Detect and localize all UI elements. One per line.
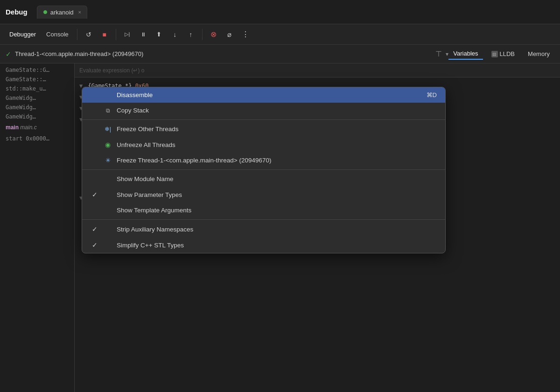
pause-button[interactable]: ⏸ xyxy=(137,28,150,41)
more-button[interactable]: ⋮ xyxy=(239,28,252,41)
simplify-stl-label: Simplify C++ STL Types xyxy=(117,242,184,249)
unfreeze-all-icon: ◉ xyxy=(104,141,112,148)
step-icon-button[interactable]: ⬆ xyxy=(153,28,166,41)
copy-stack-icon: ⧉ xyxy=(104,107,112,114)
strip-aux-label: Strip Auxiliary Namespaces xyxy=(117,226,193,233)
toolbar-divider-3 xyxy=(202,29,203,40)
show-module-label: Show Module Name xyxy=(117,175,174,182)
tab-lldb[interactable]: ▤ LLDB xyxy=(487,49,520,59)
show-param-check: ✓ xyxy=(91,191,99,198)
download-button[interactable]: ↓ xyxy=(168,28,182,41)
main-content: GameState::G… GameState::… std::make_u… … xyxy=(0,63,560,392)
menu-item-freeze-other[interactable]: ❄| Freeze Other Threads xyxy=(82,121,445,137)
tab-dot xyxy=(43,10,48,14)
freeze-thread-icon: ✳ xyxy=(104,157,112,164)
unfreeze-all-label: Unfreeze All Threads xyxy=(117,141,175,148)
menu-divider-2 xyxy=(82,169,445,170)
tab-variables[interactable]: Variables xyxy=(448,48,483,60)
title-bar: Debug arkanoid × xyxy=(0,0,560,24)
menu-divider-1 xyxy=(82,119,445,120)
freeze-thread-label: Freeze Thread-1-<com.apple.main-thread> … xyxy=(117,157,271,164)
tab-close-icon[interactable]: × xyxy=(78,9,81,15)
menu-item-copy-stack[interactable]: ⧉ Copy Stack xyxy=(82,103,445,118)
record-button[interactable]: ⊗ xyxy=(207,28,220,41)
panel-tabs: Variables ▤ LLDB Memory xyxy=(448,48,554,60)
tab-memory[interactable]: Memory xyxy=(523,49,554,59)
lldb-icon: ▤ xyxy=(491,51,498,57)
context-menu: Disassemble ⌘D ⧉ Copy Stack ❄| Freeze Ot… xyxy=(82,87,446,253)
thread-checkmark: ✓ xyxy=(6,50,11,58)
freeze-other-label: Freeze Other Threads xyxy=(117,126,179,133)
disassemble-shortcut: ⌘D xyxy=(427,91,437,98)
app-title: Debug xyxy=(6,8,28,16)
disassemble-label: Disassemble xyxy=(117,91,153,98)
refresh-button[interactable]: ↺ xyxy=(82,28,95,41)
toolbar-divider-1 xyxy=(77,29,77,40)
simplify-stl-check: ✓ xyxy=(91,241,99,249)
copy-stack-label: Copy Stack xyxy=(117,107,149,114)
console-tab[interactable]: Console xyxy=(42,29,72,40)
menu-item-show-param[interactable]: ✓ Show Parameter Types xyxy=(82,187,445,203)
debug-tab[interactable]: arkanoid × xyxy=(37,6,87,19)
slash-button[interactable]: ⌀ xyxy=(223,28,236,41)
menu-item-simplify-stl[interactable]: ✓ Simplify C++ STL Types xyxy=(82,237,445,253)
filter-icon[interactable]: ⊤ xyxy=(435,49,442,58)
show-template-label: Show Template Arguments xyxy=(117,207,191,214)
menu-item-show-template[interactable]: Show Template Arguments xyxy=(82,203,445,218)
menu-item-freeze-thread[interactable]: ✳ Freeze Thread-1-<com.apple.main-thread… xyxy=(82,153,445,168)
menu-divider-3 xyxy=(82,219,445,220)
toolbar-divider-2 xyxy=(116,29,116,40)
strip-aux-check: ✓ xyxy=(91,225,99,233)
freeze-other-icon: ❄| xyxy=(104,126,112,133)
menu-item-show-module[interactable]: Show Module Name xyxy=(82,171,445,187)
upload-button[interactable]: ↑ xyxy=(184,28,197,41)
menu-item-strip-aux[interactable]: ✓ Strip Auxiliary Namespaces xyxy=(82,221,445,237)
thread-bar: ✓ Thread-1-<com.apple.main-thread> (2094… xyxy=(0,45,560,63)
show-param-label: Show Parameter Types xyxy=(117,191,182,198)
menu-item-disassemble[interactable]: Disassemble ⌘D xyxy=(82,87,445,103)
debugger-tab[interactable]: Debugger xyxy=(6,29,40,40)
stop-button[interactable]: ■ xyxy=(98,28,111,41)
thread-name: Thread-1-<com.apple.main-thread> (209496… xyxy=(15,50,432,57)
menu-item-unfreeze-all[interactable]: ◉ Unfreeze All Threads xyxy=(82,137,445,153)
toolbar: Debugger Console ↺ ■ ▷| ⏸ ⬆ ↓ ↑ ⊗ ⌀ ⋮ xyxy=(0,24,560,45)
step-over-button[interactable]: ▷| xyxy=(121,28,134,41)
context-menu-overlay[interactable]: Disassemble ⌘D ⧉ Copy Stack ❄| Freeze Ot… xyxy=(0,63,560,392)
tab-label: arkanoid xyxy=(50,9,74,16)
